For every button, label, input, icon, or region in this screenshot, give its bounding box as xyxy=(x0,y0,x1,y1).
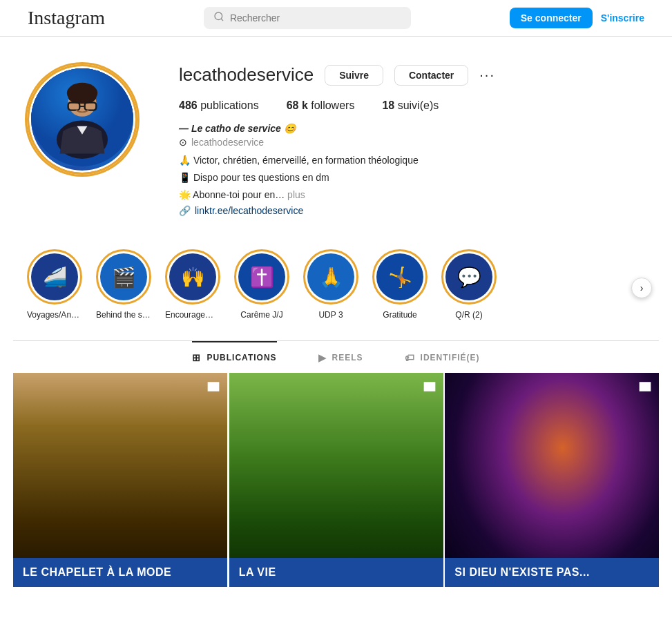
tab-icon: 🏷 xyxy=(405,352,415,363)
story-item[interactable]: 🙌 Encourageme... xyxy=(165,249,220,320)
contact-button[interactable]: Contacter xyxy=(394,65,468,86)
more-button[interactable]: ··· xyxy=(479,67,495,83)
avatar xyxy=(31,68,133,171)
link-icon: 🔗 xyxy=(179,205,191,216)
header: Instagram Se connecter S'inscrire xyxy=(0,0,672,37)
connect-button[interactable]: Se connecter xyxy=(510,8,593,28)
story-label: Q/R (2) xyxy=(455,310,482,320)
profile-info: lecathodeservice Suivre Contacter ··· 48… xyxy=(179,64,645,222)
tab-item-publications[interactable]: ⊞ PUBLICATIONS xyxy=(192,341,276,373)
story-item[interactable]: 🚄 Voyages/Ann... xyxy=(27,249,82,320)
svg-point-0 xyxy=(215,12,222,20)
bio-url-row: 🔗 linktr.ee/lecathodeservice xyxy=(179,205,645,216)
tabs-row: ⊞ PUBLICATIONS ▶ REELS 🏷 IDENTIFIÉ(E) xyxy=(13,341,659,373)
profile-section: lecathodeservice Suivre Contacter ··· 48… xyxy=(13,64,659,222)
bio-line-2: 📱 Dispo pour tes questions en dm xyxy=(179,171,645,185)
story-label: Behind the sc... xyxy=(96,310,151,320)
story-icon: 🤸 xyxy=(388,266,412,289)
grid-item[interactable]: LE CHAPELET À LA MODE xyxy=(13,373,227,587)
bio-link-text: lecathodeservice xyxy=(191,137,264,148)
story-inner: ✝️ xyxy=(238,253,285,300)
story-label: UDP 3 xyxy=(318,310,343,320)
username-row: lecathodeservice Suivre Contacter ··· xyxy=(179,64,645,86)
grid-item[interactable]: SI DIEU N'EXISTE PAS... xyxy=(445,373,659,587)
tab-icon: ▶ xyxy=(318,352,327,363)
tab-item-reels[interactable]: ▶ REELS xyxy=(318,341,363,373)
stories-next-button[interactable]: › xyxy=(631,278,652,298)
tab-label: PUBLICATIONS xyxy=(207,353,276,362)
profile-username: lecathodeservice xyxy=(179,64,314,86)
tabs-section: ⊞ PUBLICATIONS ▶ REELS 🏷 IDENTIFIÉ(E) xyxy=(13,340,659,373)
search-icon xyxy=(213,11,224,25)
story-label: Gratitude xyxy=(383,310,416,320)
story-inner: 💬 xyxy=(445,253,492,300)
threads-icon: ⊙ xyxy=(179,137,187,148)
bio-link-row: ⊙ lecathodeservice xyxy=(179,137,645,148)
story-circle: 🤸 xyxy=(372,249,428,304)
story-circle: 🙏 xyxy=(303,249,358,304)
story-item[interactable]: 🙏 UDP 3 xyxy=(303,249,358,320)
signin-button[interactable]: S'inscrire xyxy=(601,12,644,23)
story-circle: ✝️ xyxy=(234,249,289,304)
tab-label: IDENTIFIÉ(E) xyxy=(421,353,480,362)
grid-item-reel-icon xyxy=(638,380,652,397)
story-icon: ✝️ xyxy=(250,266,274,289)
svg-line-1 xyxy=(221,19,223,21)
story-label: Voyages/Ann... xyxy=(27,310,82,320)
story-circle: 🙌 xyxy=(165,249,220,304)
story-circle: 🎬 xyxy=(96,249,151,304)
story-inner: 🙏 xyxy=(307,253,354,300)
story-icon: 🙌 xyxy=(181,266,205,289)
instagram-logo: Instagram xyxy=(28,7,105,29)
avatar-container xyxy=(27,64,137,175)
story-inner: 🎬 xyxy=(100,253,147,300)
stat-publications: 486 publications xyxy=(179,99,259,112)
story-label: Carême J/J xyxy=(240,310,282,320)
stories-row: 🚄 Voyages/Ann... 🎬 Behind the sc... 🙌 En… xyxy=(27,242,645,333)
story-icon: 💬 xyxy=(457,266,481,289)
header-actions: Se connecter S'inscrire xyxy=(510,8,644,28)
story-item[interactable]: 🎬 Behind the sc... xyxy=(96,249,151,320)
story-inner: 🤸 xyxy=(376,253,423,300)
stat-following: 18 suivi(e)s xyxy=(382,99,439,112)
bio-title: — Le catho de service 😊 xyxy=(179,123,645,134)
grid-item[interactable]: LA VIE xyxy=(229,373,443,587)
story-item[interactable]: ✝️ Carême J/J xyxy=(234,249,289,320)
search-input[interactable] xyxy=(230,12,401,23)
grid-item-reel-icon xyxy=(207,380,220,397)
story-label: Encourageme... xyxy=(165,310,220,320)
story-circle: 🚄 xyxy=(27,249,82,304)
search-bar[interactable] xyxy=(204,7,411,29)
grid-item-reel-icon xyxy=(423,380,436,397)
grid-row: LE CHAPELET À LA MODE LA VIE SI DIEU N'E… xyxy=(13,373,659,587)
stat-followers: 68 k followers xyxy=(287,99,355,112)
follow-button[interactable]: Suivre xyxy=(325,65,383,86)
story-inner: 🙌 xyxy=(169,253,216,300)
tab-icon: ⊞ xyxy=(192,352,201,363)
story-circle: 💬 xyxy=(441,249,497,304)
story-icon: 🙏 xyxy=(319,266,343,289)
bio-line-3: 🌟 Abonne-toi pour en… plus xyxy=(179,188,645,202)
bio-url-link[interactable]: linktr.ee/lecathodeservice xyxy=(195,205,303,216)
bio-line-1: 🙏 Victor, chrétien, émerveillé, en forma… xyxy=(179,153,645,168)
story-inner: 🚄 xyxy=(31,253,78,300)
stories-section: 🚄 Voyages/Ann... 🎬 Behind the sc... 🙌 En… xyxy=(13,242,659,333)
story-item[interactable]: 💬 Q/R (2) xyxy=(441,249,497,320)
story-icon: 🎬 xyxy=(112,266,136,289)
grid-section: LE CHAPELET À LA MODE LA VIE SI DIEU N'E… xyxy=(13,373,659,587)
bio-more-link[interactable]: plus xyxy=(287,189,305,200)
story-icon: 🚄 xyxy=(43,266,67,289)
profile-bio: — Le catho de service 😊 ⊙ lecathodeservi… xyxy=(179,123,645,216)
tab-label: REELS xyxy=(332,353,363,362)
tab-item-identifie[interactable]: 🏷 IDENTIFIÉ(E) xyxy=(405,341,480,373)
story-item[interactable]: 🤸 Gratitude xyxy=(372,249,428,320)
profile-stats: 486 publications 68 k followers 18 suivi… xyxy=(179,99,645,112)
